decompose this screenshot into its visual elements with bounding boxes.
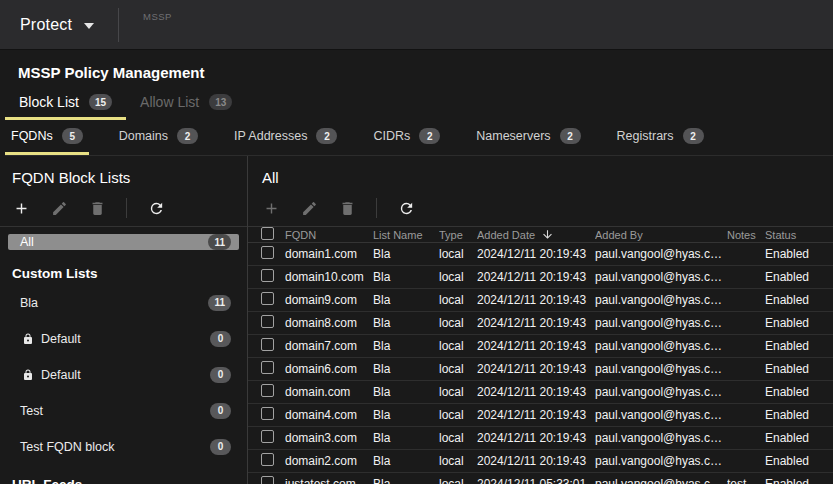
sub-tabs: FQDNs 5 Domains 2 IP Addresses 2 CIDRs 2… [5,122,833,156]
tab-label: Block List [19,94,79,110]
cell-notes: test [727,477,765,484]
sidebar-list-item[interactable]: Default 0 [8,360,239,389]
table-row[interactable]: domain10.com Bla local 2024/12/11 20:19:… [248,266,833,289]
cell-added-by: paul.vangool@hyas.com [595,362,727,376]
cell-added-date: 2024/12/11 20:19:43 [477,408,595,422]
column-header-type[interactable]: Type [439,229,477,241]
subtab-domains[interactable]: Domains 2 [113,122,204,155]
column-header-fqdn[interactable]: FQDN [285,229,373,241]
table-row[interactable]: domain3.com Bla local 2024/12/11 20:19:4… [248,427,833,450]
url-feeds-heading: URL Feeds [0,461,247,484]
row-checkbox[interactable] [261,453,274,466]
cell-fqdn: domain2.com [285,454,373,468]
table-row[interactable]: domain9.com Bla local 2024/12/11 20:19:4… [248,289,833,312]
column-header-status[interactable]: Status [765,229,833,241]
sidebar-list-item[interactable]: Default 0 [8,324,239,353]
cell-fqdn: justatest.com [285,477,373,484]
cell-list-name: Bla [373,339,439,353]
subtab-label: IP Addresses [234,129,307,143]
delete-entry-button[interactable] [338,199,356,217]
sidebar-item-label: All [20,235,34,249]
lock-icon [22,333,34,345]
sidebar: FQDN Block Lists All 11 Custom Lists Bla… [0,156,248,484]
table-row[interactable]: domain.com Bla local 2024/12/11 20:19:43… [248,381,833,404]
cell-status: Enabled [765,316,833,330]
subtab-registrars[interactable]: Registrars 2 [611,122,710,155]
row-checkbox[interactable] [261,269,274,282]
table-row[interactable]: justatest.com Bla local 2024/12/11 05:33… [248,473,833,484]
column-header-added-by[interactable]: Added By [595,229,727,241]
edit-list-button[interactable] [50,199,68,217]
app-switcher[interactable]: Protect [20,16,94,34]
toolbar-divider [376,198,377,218]
edit-entry-button[interactable] [300,199,318,217]
sidebar-item-all[interactable]: All 11 [8,234,239,250]
row-checkbox[interactable] [261,384,274,397]
cell-type: local [439,431,477,445]
sidebar-list-item[interactable]: Test 0 [8,396,239,425]
table-row[interactable]: domain6.com Bla local 2024/12/11 20:19:4… [248,358,833,381]
column-header-list-name[interactable]: List Name [373,229,439,241]
cell-status: Enabled [765,454,833,468]
sidebar-item-label: Bla [20,296,38,310]
cell-added-by: paul.vangool@hyas.com [595,408,727,422]
cell-type: local [439,362,477,376]
table-row[interactable]: domain8.com Bla local 2024/12/11 20:19:4… [248,312,833,335]
cell-added-date: 2024/12/11 20:19:43 [477,316,595,330]
cell-added-date: 2024/12/11 20:19:43 [477,270,595,284]
row-checkbox[interactable] [261,361,274,374]
cell-added-by: paul.vangool@hyas.com [595,477,727,484]
row-checkbox[interactable] [261,292,274,305]
cell-added-by: paul.vangool@hyas.com [595,385,727,399]
sidebar-list-item[interactable]: Bla 11 [8,288,239,317]
tab-allow-list[interactable]: Allow List 13 [126,89,246,120]
main-tabs: Block List 15 Allow List 13 [5,89,833,120]
subtab-nameservers[interactable]: Nameservers 2 [470,122,586,155]
table-row[interactable]: domain1.com Bla local 2024/12/11 20:19:4… [248,243,833,266]
cell-type: local [439,247,477,261]
table-row[interactable]: domain4.com Bla local 2024/12/11 20:19:4… [248,404,833,427]
subtab-fqdns[interactable]: FQDNs 5 [5,122,89,155]
cell-list-name: Bla [373,293,439,307]
chevron-down-icon [84,23,94,29]
sidebar-item-label: Test [20,404,43,418]
cell-added-by: paul.vangool@hyas.com [595,431,727,445]
row-checkbox[interactable] [261,315,274,328]
sidebar-list-item[interactable]: Test FQDN block 0 [8,432,239,461]
cell-added-date: 2024/12/11 20:19:43 [477,431,595,445]
add-list-button[interactable] [12,199,30,217]
sidebar-item-count-badge: 0 [210,331,231,347]
cell-added-by: paul.vangool@hyas.com [595,270,727,284]
cell-type: local [439,477,477,484]
row-checkbox[interactable] [261,476,274,484]
add-entry-button[interactable] [262,199,280,217]
select-all-checkbox[interactable] [261,227,274,240]
refresh-lists-button[interactable] [147,199,165,217]
page: MSSP Policy Management Block List 15 All… [0,50,833,484]
cell-fqdn: domain4.com [285,408,373,422]
table-row[interactable]: domain7.com Bla local 2024/12/11 20:19:4… [248,335,833,358]
row-checkbox[interactable] [261,338,274,351]
subtab-ip-addresses[interactable]: IP Addresses 2 [228,122,343,155]
subtab-cidrs[interactable]: CIDRs 2 [367,122,446,155]
subtab-label: Nameservers [476,129,550,143]
table-row[interactable]: domain2.com Bla local 2024/12/11 20:19:4… [248,450,833,473]
tab-block-list[interactable]: Block List 15 [5,89,126,120]
row-checkbox[interactable] [261,246,274,259]
cell-fqdn: domain.com [285,385,373,399]
sidebar-item-label: Default [41,332,81,346]
row-checkbox[interactable] [261,407,274,420]
sidebar-item-count-badge: 0 [210,367,231,383]
custom-lists: Bla 11 Default 0 Default 0 Test 0 Test F… [0,281,247,461]
table-body: domain1.com Bla local 2024/12/11 20:19:4… [248,243,833,484]
delete-list-button[interactable] [88,199,106,217]
column-header-notes[interactable]: Notes [727,229,765,241]
refresh-table-button[interactable] [397,199,415,217]
subtab-count-badge: 2 [177,128,198,144]
cell-added-date: 2024/12/11 20:19:43 [477,362,595,376]
column-header-added-date[interactable]: Added Date [477,228,595,241]
custom-lists-heading: Custom Lists [0,250,247,281]
cell-list-name: Bla [373,385,439,399]
row-checkbox[interactable] [261,430,274,443]
page-title: MSSP Policy Management [18,63,833,83]
